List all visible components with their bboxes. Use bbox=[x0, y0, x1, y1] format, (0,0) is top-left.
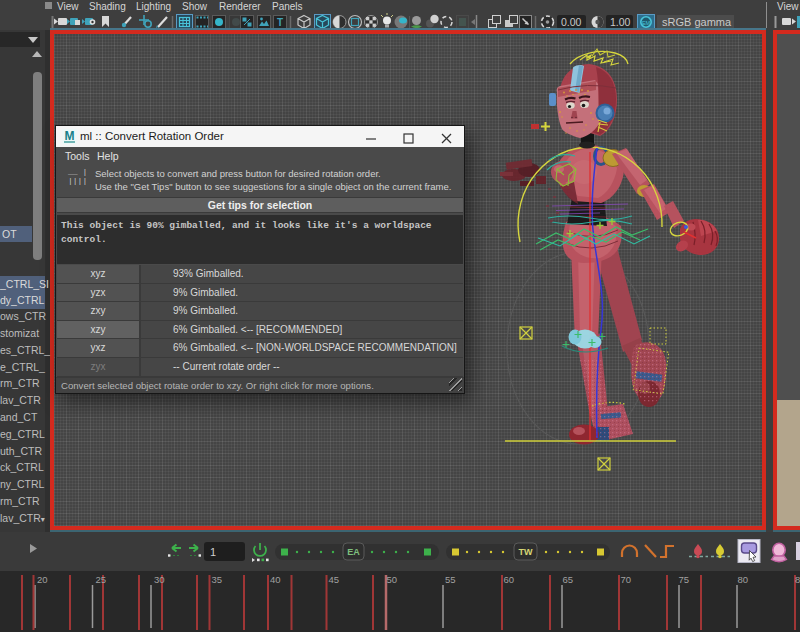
svg-text:25: 25 bbox=[96, 574, 107, 585]
svg-text:85: 85 bbox=[795, 574, 800, 585]
svg-text:60: 60 bbox=[504, 574, 515, 585]
svg-text:20: 20 bbox=[37, 574, 48, 585]
svg-text:EA: EA bbox=[347, 547, 360, 557]
svg-text:30: 30 bbox=[154, 574, 165, 585]
svg-text:65: 65 bbox=[563, 574, 574, 585]
svg-text:EM: EM bbox=[642, 20, 651, 26]
svg-text:TW: TW bbox=[519, 547, 533, 557]
svg-text:sRGB gamma: sRGB gamma bbox=[662, 16, 732, 28]
svg-text:80: 80 bbox=[738, 574, 749, 585]
svg-text:70: 70 bbox=[621, 574, 632, 585]
svg-text:35: 35 bbox=[212, 574, 223, 585]
svg-text:45: 45 bbox=[329, 574, 340, 585]
svg-text:40: 40 bbox=[270, 574, 281, 585]
svg-text:0.00: 0.00 bbox=[561, 16, 582, 28]
svg-text:75: 75 bbox=[679, 574, 690, 585]
svg-text:55: 55 bbox=[445, 574, 456, 585]
svg-text:50: 50 bbox=[387, 574, 398, 585]
svg-text:T: T bbox=[277, 17, 283, 28]
svg-text:1: 1 bbox=[210, 546, 216, 558]
svg-text:1.00: 1.00 bbox=[610, 16, 631, 28]
